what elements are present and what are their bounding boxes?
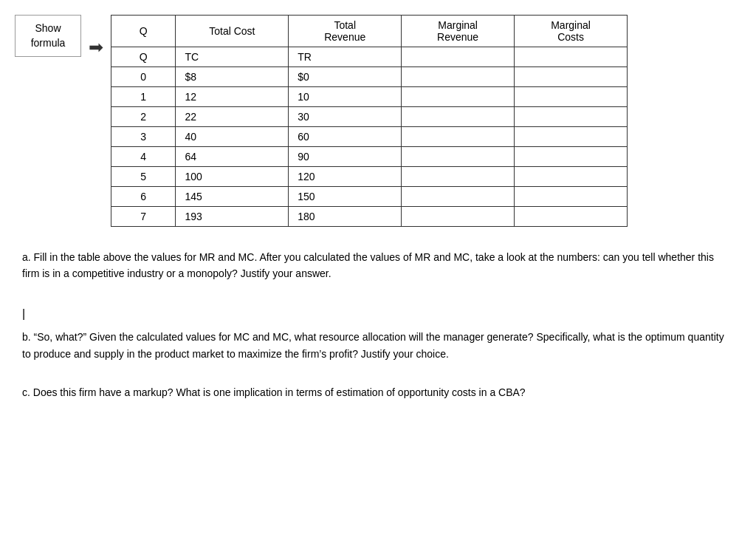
subheader-q: Q — [111, 47, 176, 67]
cell-q-4: 4 — [111, 147, 176, 167]
cell-mr-6 — [402, 187, 515, 207]
cell-tc-6: 145 — [176, 187, 289, 207]
header-tr: Total Revenue — [289, 16, 402, 47]
questions-section: a. Fill in the table above the values fo… — [15, 249, 741, 416]
arrow-container: ➡ — [89, 15, 103, 58]
cell-tr-6: 150 — [289, 187, 402, 207]
main-table: Q Total Cost Total Revenue Marginal Reve… — [111, 15, 628, 227]
cell-mr-3 — [402, 127, 515, 147]
question-b: | b. “So, what?” Given the calculated va… — [22, 304, 734, 362]
cell-tc-3: 40 — [176, 127, 289, 147]
show-formula-button[interactable]: Showformula — [15, 15, 81, 57]
top-section: Showformula ➡ Q Total Cost Total Revenue — [15, 15, 741, 227]
table-row: 0 $8 $0 — [111, 67, 628, 87]
cell-tc-1: 12 — [176, 87, 289, 107]
cell-q-5: 5 — [111, 167, 176, 187]
table-row: 7 193 180 — [111, 207, 628, 227]
cell-q-2: 2 — [111, 107, 176, 127]
subheader-mc — [515, 47, 628, 67]
table-row: 1 12 10 — [111, 87, 628, 107]
cell-tr-3: 60 — [289, 127, 402, 147]
cell-mr-7 — [402, 207, 515, 227]
cell-tr-1: 10 — [289, 87, 402, 107]
question-a: a. Fill in the table above the values fo… — [22, 249, 734, 282]
cell-mc-6 — [515, 187, 628, 207]
table-row: 5 100 120 — [111, 167, 628, 187]
cell-mr-0 — [402, 67, 515, 87]
cell-mc-3 — [515, 127, 628, 147]
cell-q-7: 7 — [111, 207, 176, 227]
table-row: 3 40 60 — [111, 127, 628, 147]
question-c: c. Does this firm have a markup? What is… — [22, 384, 734, 400]
cell-tr-0: $0 — [289, 67, 402, 87]
cell-tc-5: 100 — [176, 167, 289, 187]
header-mc: Marginal Costs — [515, 16, 628, 47]
subheader-tr: TR — [289, 47, 402, 67]
cell-tc-0: $8 — [176, 67, 289, 87]
question-b-text: b. “So, what?” Given the calculated valu… — [22, 329, 734, 362]
cell-tr-7: 180 — [289, 207, 402, 227]
cell-mr-5 — [402, 167, 515, 187]
cell-q-0: 0 — [111, 67, 176, 87]
cell-q-6: 6 — [111, 187, 176, 207]
question-c-text: c. Does this firm have a markup? What is… — [22, 384, 734, 400]
cell-mc-1 — [515, 87, 628, 107]
cell-q-1: 1 — [111, 87, 176, 107]
cell-tc-2: 22 — [176, 107, 289, 127]
header-q: Q — [111, 16, 176, 47]
page-container: Showformula ➡ Q Total Cost Total Revenue — [15, 15, 741, 416]
cell-mr-2 — [402, 107, 515, 127]
question-a-text: a. Fill in the table above the values fo… — [22, 249, 734, 282]
cell-mr-4 — [402, 147, 515, 167]
subheader-mr — [402, 47, 515, 67]
cell-mc-4 — [515, 147, 628, 167]
cell-tr-4: 90 — [289, 147, 402, 167]
text-cursor: | — [22, 304, 734, 324]
table-row: 4 64 90 — [111, 147, 628, 167]
cell-tr-2: 30 — [289, 107, 402, 127]
table-wrapper: Q Total Cost Total Revenue Marginal Reve… — [111, 15, 741, 227]
sub-header-row: Q TC TR — [111, 47, 628, 67]
cell-mc-2 — [515, 107, 628, 127]
cell-mr-1 — [402, 87, 515, 107]
cell-mc-0 — [515, 67, 628, 87]
header-row: Q Total Cost Total Revenue Marginal Reve… — [111, 16, 628, 47]
cell-tc-4: 64 — [176, 147, 289, 167]
cell-tr-5: 120 — [289, 167, 402, 187]
header-tc: Total Cost — [176, 16, 289, 47]
table-row: 6 145 150 — [111, 187, 628, 207]
cell-tc-7: 193 — [176, 207, 289, 227]
table-row: 2 22 30 — [111, 107, 628, 127]
header-mr: Marginal Revenue — [402, 16, 515, 47]
cell-q-3: 3 — [111, 127, 176, 147]
cell-mc-5 — [515, 167, 628, 187]
cell-mc-7 — [515, 207, 628, 227]
right-arrow-icon: ➡ — [89, 37, 103, 58]
subheader-tc: TC — [176, 47, 289, 67]
